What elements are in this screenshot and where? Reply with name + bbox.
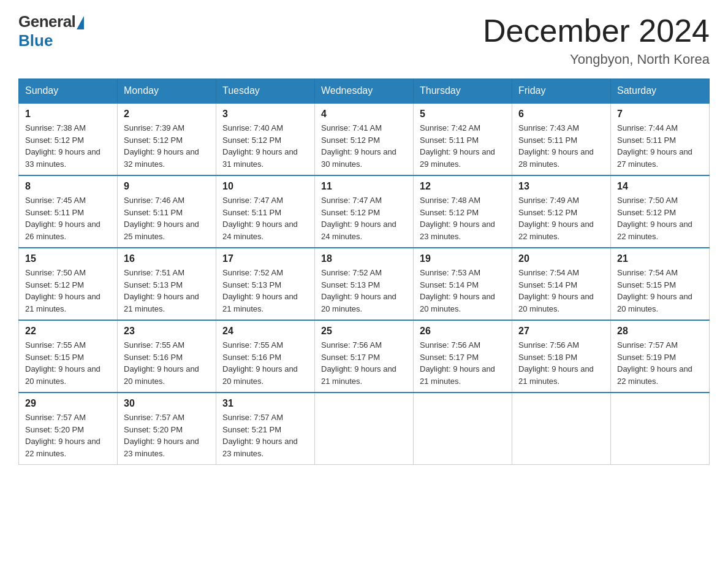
day-number: 12 [420,181,506,192]
day-info: Sunrise: 7:39 AMSunset: 5:12 PMDaylight:… [124,122,210,170]
day-info: Sunrise: 7:51 AMSunset: 5:13 PMDaylight:… [124,267,210,315]
calendar-cell: 7Sunrise: 7:44 AMSunset: 5:11 PMDaylight… [611,103,710,175]
day-info: Sunrise: 7:54 AMSunset: 5:15 PMDaylight:… [617,267,703,315]
day-number: 19 [420,253,506,264]
day-info: Sunrise: 7:42 AMSunset: 5:11 PMDaylight:… [420,122,506,170]
calendar-cell: 22Sunrise: 7:55 AMSunset: 5:15 PMDayligh… [19,320,118,393]
day-number: 4 [321,109,407,120]
calendar-cell: 28Sunrise: 7:57 AMSunset: 5:19 PMDayligh… [611,320,710,393]
day-info: Sunrise: 7:50 AMSunset: 5:12 PMDaylight:… [25,267,111,315]
day-number: 20 [518,253,604,264]
day-info: Sunrise: 7:45 AMSunset: 5:11 PMDaylight:… [25,194,111,242]
weekday-header-sunday: Sunday [19,79,118,104]
day-info: Sunrise: 7:56 AMSunset: 5:17 PMDaylight:… [321,339,407,387]
day-info: Sunrise: 7:57 AMSunset: 5:20 PMDaylight:… [124,412,210,459]
day-number: 16 [124,253,210,264]
day-number: 5 [420,109,506,120]
day-number: 3 [222,109,308,120]
calendar-cell: 18Sunrise: 7:52 AMSunset: 5:13 PMDayligh… [315,248,414,320]
calendar-cell: 9Sunrise: 7:46 AMSunset: 5:11 PMDaylight… [118,175,216,248]
calendar-cell: 20Sunrise: 7:54 AMSunset: 5:14 PMDayligh… [512,248,611,320]
weekday-header-wednesday: Wednesday [315,79,414,104]
day-number: 17 [222,253,308,264]
day-number: 23 [124,326,210,337]
calendar-cell: 30Sunrise: 7:57 AMSunset: 5:20 PMDayligh… [118,393,216,465]
day-info: Sunrise: 7:49 AMSunset: 5:12 PMDaylight:… [518,194,604,242]
day-info: Sunrise: 7:46 AMSunset: 5:11 PMDaylight:… [124,194,210,242]
calendar-cell: 24Sunrise: 7:55 AMSunset: 5:16 PMDayligh… [216,320,315,393]
calendar-cell: 6Sunrise: 7:43 AMSunset: 5:11 PMDaylight… [512,103,611,175]
day-number: 22 [25,326,111,337]
calendar-cell: 11Sunrise: 7:47 AMSunset: 5:12 PMDayligh… [315,175,414,248]
day-info: Sunrise: 7:41 AMSunset: 5:12 PMDaylight:… [321,122,407,170]
calendar-cell: 16Sunrise: 7:51 AMSunset: 5:13 PMDayligh… [118,248,216,320]
day-number: 11 [321,181,407,192]
calendar-cell: 5Sunrise: 7:42 AMSunset: 5:11 PMDaylight… [414,103,512,175]
day-info: Sunrise: 7:55 AMSunset: 5:16 PMDaylight:… [124,339,210,387]
day-number: 8 [25,181,111,192]
calendar-week-row: 29Sunrise: 7:57 AMSunset: 5:20 PMDayligh… [19,393,710,465]
day-info: Sunrise: 7:52 AMSunset: 5:13 PMDaylight:… [321,267,407,315]
day-info: Sunrise: 7:48 AMSunset: 5:12 PMDaylight:… [420,194,506,242]
day-info: Sunrise: 7:44 AMSunset: 5:11 PMDaylight:… [617,122,703,170]
day-info: Sunrise: 7:56 AMSunset: 5:18 PMDaylight:… [518,339,604,387]
calendar-cell: 8Sunrise: 7:45 AMSunset: 5:11 PMDaylight… [19,175,118,248]
weekday-header-thursday: Thursday [414,79,512,104]
day-number: 30 [124,398,210,409]
day-info: Sunrise: 7:57 AMSunset: 5:21 PMDaylight:… [222,412,308,459]
calendar-cell: 31Sunrise: 7:57 AMSunset: 5:21 PMDayligh… [216,393,315,465]
calendar-cell: 19Sunrise: 7:53 AMSunset: 5:14 PMDayligh… [414,248,512,320]
day-number: 27 [518,326,604,337]
calendar-week-row: 1Sunrise: 7:38 AMSunset: 5:12 PMDaylight… [19,103,710,175]
calendar-cell: 3Sunrise: 7:40 AMSunset: 5:12 PMDaylight… [216,103,315,175]
calendar-week-row: 8Sunrise: 7:45 AMSunset: 5:11 PMDaylight… [19,175,710,248]
calendar-cell [414,393,512,465]
day-info: Sunrise: 7:47 AMSunset: 5:12 PMDaylight:… [321,194,407,242]
weekday-header-tuesday: Tuesday [216,79,315,104]
day-info: Sunrise: 7:47 AMSunset: 5:11 PMDaylight:… [222,194,308,242]
calendar-cell: 25Sunrise: 7:56 AMSunset: 5:17 PMDayligh… [315,320,414,393]
day-info: Sunrise: 7:57 AMSunset: 5:20 PMDaylight:… [25,412,111,459]
day-number: 31 [222,398,308,409]
day-number: 28 [617,326,703,337]
day-number: 7 [617,109,703,120]
day-info: Sunrise: 7:50 AMSunset: 5:12 PMDaylight:… [617,194,703,242]
calendar-cell [512,393,611,465]
day-info: Sunrise: 7:38 AMSunset: 5:12 PMDaylight:… [25,122,111,170]
day-number: 15 [25,253,111,264]
calendar-cell [315,393,414,465]
day-number: 6 [518,109,604,120]
weekday-header-row: SundayMondayTuesdayWednesdayThursdayFrid… [19,79,710,104]
page-header: General Blue December 2024 Yongbyon, Nor… [18,12,710,67]
calendar-cell: 29Sunrise: 7:57 AMSunset: 5:20 PMDayligh… [19,393,118,465]
day-number: 14 [617,181,703,192]
logo: General Blue [18,12,84,50]
calendar-week-row: 22Sunrise: 7:55 AMSunset: 5:15 PMDayligh… [19,320,710,393]
day-number: 2 [124,109,210,120]
calendar-cell: 27Sunrise: 7:56 AMSunset: 5:18 PMDayligh… [512,320,611,393]
day-info: Sunrise: 7:52 AMSunset: 5:13 PMDaylight:… [222,267,308,315]
weekday-header-monday: Monday [118,79,216,104]
day-info: Sunrise: 7:55 AMSunset: 5:15 PMDaylight:… [25,339,111,387]
weekday-header-friday: Friday [512,79,611,104]
logo-blue-text: Blue [18,31,53,50]
calendar-title: December 2024 [483,12,710,49]
day-info: Sunrise: 7:57 AMSunset: 5:19 PMDaylight:… [617,339,703,387]
calendar-location: Yongbyon, North Korea [483,52,710,67]
calendar-cell: 15Sunrise: 7:50 AMSunset: 5:12 PMDayligh… [19,248,118,320]
day-number: 13 [518,181,604,192]
day-info: Sunrise: 7:54 AMSunset: 5:14 PMDaylight:… [518,267,604,315]
day-number: 25 [321,326,407,337]
day-number: 24 [222,326,308,337]
weekday-header-saturday: Saturday [611,79,710,104]
day-info: Sunrise: 7:43 AMSunset: 5:11 PMDaylight:… [518,122,604,170]
calendar-week-row: 15Sunrise: 7:50 AMSunset: 5:12 PMDayligh… [19,248,710,320]
day-number: 10 [222,181,308,192]
day-number: 1 [25,109,111,120]
title-section: December 2024 Yongbyon, North Korea [483,12,710,67]
day-number: 18 [321,253,407,264]
logo-triangle-icon [77,16,84,29]
calendar-cell: 4Sunrise: 7:41 AMSunset: 5:12 PMDaylight… [315,103,414,175]
day-info: Sunrise: 7:55 AMSunset: 5:16 PMDaylight:… [222,339,308,387]
day-number: 21 [617,253,703,264]
